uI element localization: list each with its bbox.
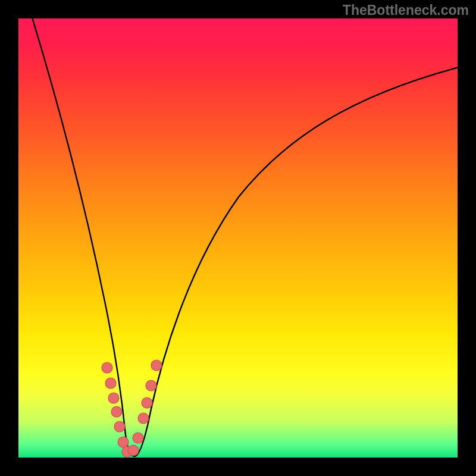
marker — [118, 437, 129, 447]
marker — [128, 445, 139, 456]
marker — [105, 378, 116, 389]
marker — [133, 433, 143, 443]
marker — [102, 362, 112, 373]
bottleneck-curve — [32, 18, 458, 456]
marker — [146, 380, 156, 391]
watermark-text: TheBottleneck.com — [343, 2, 469, 18]
marker — [142, 397, 152, 408]
marker — [111, 406, 122, 417]
marker — [138, 413, 149, 424]
chart-svg — [18, 18, 458, 458]
plot-area — [18, 18, 458, 458]
marker-group — [102, 360, 162, 457]
marker — [108, 393, 119, 403]
marker — [151, 360, 162, 371]
marker — [114, 421, 125, 432]
outer-frame: TheBottleneck.com — [0, 0, 476, 476]
